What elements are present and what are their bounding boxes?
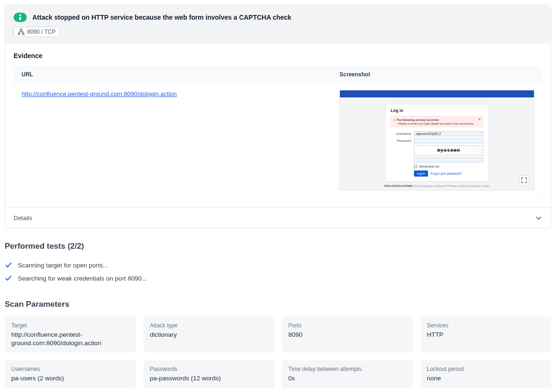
scan-parameter-label: Target xyxy=(11,322,129,329)
scan-parameter-label: Services xyxy=(427,322,545,329)
screenshot-remember-checkbox xyxy=(414,165,417,168)
finding-card: Attack stopped on HTTP service because t… xyxy=(5,5,551,229)
scan-parameter: Ports8090 xyxy=(282,317,413,353)
screenshot-body: Log in ⚠ The following error(s) occurred… xyxy=(340,97,534,190)
scan-parameter-value: HTTP xyxy=(427,331,545,339)
details-toggle[interactable]: Details xyxy=(5,207,551,228)
evidence-screenshot[interactable]: Log in ⚠ The following error(s) occurred… xyxy=(339,90,534,191)
svg-rect-4 xyxy=(23,33,24,35)
scan-parameter-value: pa-users (2 words) xyxy=(11,374,129,383)
scan-parameter-value: 8090 xyxy=(288,331,406,339)
screenshot-login-title: Log in xyxy=(391,108,483,113)
screenshot-captcha-image: mysteen xyxy=(414,145,483,155)
scan-parameter: Attack typedictionary xyxy=(143,317,275,353)
column-header-url: URL xyxy=(22,71,339,78)
finding-header: Attack stopped on HTTP service because t… xyxy=(5,5,551,44)
evidence-heading: Evidence xyxy=(14,52,542,59)
port-chip-text: 8090 / TCP xyxy=(27,29,55,35)
scan-parameter-value: http://confluence.pentest-ground.com:809… xyxy=(11,331,129,347)
check-icon xyxy=(5,261,12,269)
screenshot-username-label: Username xyxy=(391,132,411,135)
performed-tests-list: Scanning target for open ports... Search… xyxy=(5,259,551,285)
scan-parameter-value: dictionary xyxy=(150,331,268,339)
scan-parameter-label: Ports xyxy=(288,322,406,329)
details-label: Details xyxy=(14,214,32,222)
scan-parameter: ServicesHTTP xyxy=(421,317,552,353)
screenshot-remember-label: Remember me xyxy=(419,165,439,168)
scan-parameters-grid: Targethttp://confluence.pentest-ground.c… xyxy=(5,317,551,392)
scan-parameters-heading: Scan Parameters xyxy=(5,300,551,309)
scan-parameter-label: Passwords xyxy=(150,366,268,372)
scan-parameter: Time delay between attempts0s xyxy=(282,360,413,388)
svg-rect-3 xyxy=(18,33,20,35)
screenshot-top-bar xyxy=(340,90,534,97)
scan-parameter-label: Lockout period xyxy=(427,366,545,372)
screenshot-captcha-input xyxy=(414,157,483,163)
screenshot-login-button: Log in xyxy=(414,170,428,177)
evidence-table-header: URL Screenshot xyxy=(14,67,542,82)
warning-icon: ⚠ xyxy=(393,118,396,121)
check-icon xyxy=(5,274,12,282)
screenshot-login-panel: Log in ⚠ The following error(s) occurred… xyxy=(385,104,488,182)
svg-rect-0 xyxy=(19,15,21,16)
evidence-url-link[interactable]: http://confluence.pentest-ground.com:809… xyxy=(22,90,177,97)
screenshot-forgot-link: Forgot your password? xyxy=(431,172,462,175)
svg-rect-1 xyxy=(19,17,21,20)
scan-parameter-value: 0s xyxy=(288,374,406,383)
close-icon: ✕ xyxy=(478,118,481,121)
scan-parameter: Lockout periodnone xyxy=(421,360,552,388)
performed-test-item: Searching for weak credentials on port 8… xyxy=(5,272,551,285)
screenshot-error-box: ⚠ The following error(s) occurred: Pleas… xyxy=(391,116,483,127)
svg-rect-2 xyxy=(20,29,22,31)
scan-parameter: Targethttp://confluence.pentest-ground.c… xyxy=(5,317,136,353)
chevron-down-icon xyxy=(535,214,542,222)
scan-parameter-value: none xyxy=(427,374,545,383)
scan-parameter-label: Attack type xyxy=(150,322,268,329)
scan-parameter: Passwordspa-passwords (12 words) xyxy=(143,360,275,388)
screenshot-password-label: Password xyxy=(391,139,411,142)
screenshot-password-input xyxy=(414,138,483,143)
expand-screenshot-button[interactable] xyxy=(519,175,529,185)
scan-parameter: Usernamespa-users (2 words) xyxy=(5,360,136,388)
evidence-row: http://confluence.pentest-ground.com:809… xyxy=(14,82,542,198)
severity-badge-info xyxy=(14,13,27,22)
port-chip: 8090 / TCP xyxy=(14,27,60,37)
scan-parameter-label: Usernames xyxy=(11,366,129,372)
performed-tests-heading: Performed tests (2/2) xyxy=(5,242,551,251)
performed-test-item: Scanning target for open ports... xyxy=(5,259,551,272)
evidence-table: URL Screenshot http://confluence.pentest… xyxy=(14,66,542,199)
finding-title: Attack stopped on HTTP service because t… xyxy=(32,14,291,21)
screenshot-username-input: aqauserAt32pBCZ xyxy=(414,131,483,136)
column-header-screenshot: Screenshot xyxy=(339,71,534,78)
scan-parameter-value: pa-passwords (12 words) xyxy=(150,374,268,383)
screenshot-eval-line: EVALUATION LICENSE Are you enjoying Conf… xyxy=(384,185,489,187)
evidence-section: Evidence URL Screenshot http://confluenc… xyxy=(5,44,551,207)
scan-parameter-label: Time delay between attempts xyxy=(288,366,406,372)
